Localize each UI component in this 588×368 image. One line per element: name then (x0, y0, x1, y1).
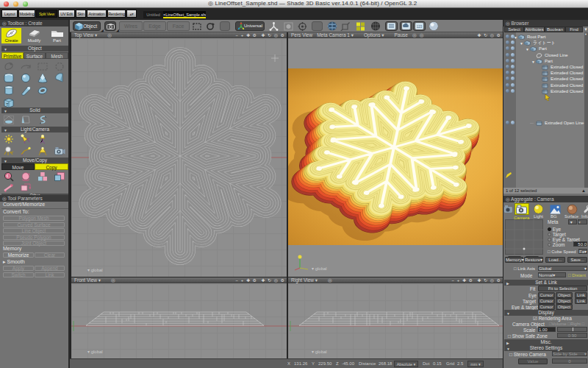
svg-text:T: T (6, 102, 9, 107)
svg-text:123: 123 (417, 25, 423, 29)
